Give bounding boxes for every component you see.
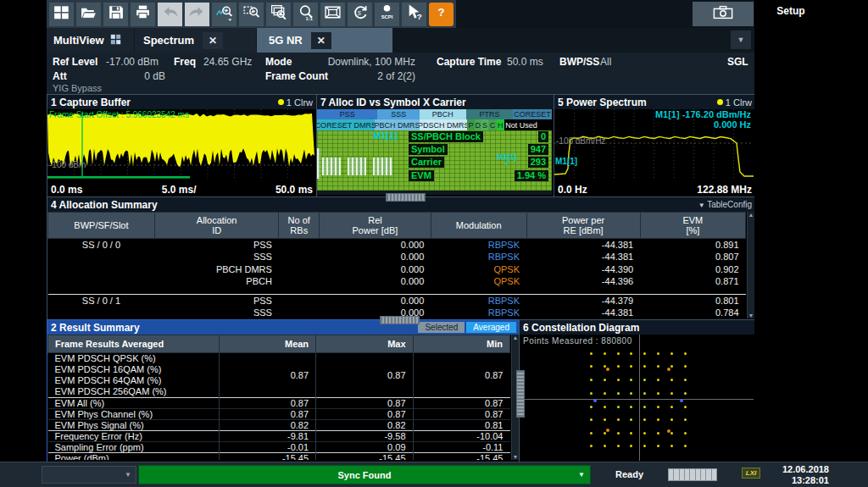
marker-arrow-icon: ▼ xyxy=(497,161,517,167)
zoom-mode-button[interactable] xyxy=(212,3,236,26)
tab-overflow-button[interactable]: ▼ xyxy=(731,30,751,49)
table-row[interactable]: EVM Phys Channel (%)0.870.870.87 xyxy=(48,409,510,420)
status-dropdown[interactable]: ▼ xyxy=(42,466,136,484)
scpi-icon: SCPI xyxy=(378,3,396,25)
close-icon: ✕ xyxy=(209,35,217,47)
scroll-down-icon[interactable]: ▼ xyxy=(513,454,519,460)
table-row[interactable]: Sampling Error (ppm)-0.010.09-0.11 xyxy=(48,442,510,453)
splitter-handle-vertical[interactable] xyxy=(516,370,525,418)
toggle-selected-button[interactable]: Selected xyxy=(418,322,465,333)
constellation-titlebar[interactable]: 6 Constellation Diagram xyxy=(520,320,755,335)
scroll-up-icon[interactable]: ▲ xyxy=(748,212,754,218)
camera-icon xyxy=(713,5,733,23)
toggle-averaged-button[interactable]: Averaged xyxy=(466,322,516,333)
marker-row-label: SS/PBCH Block xyxy=(409,131,483,142)
column-header[interactable]: Frame Results Averaged xyxy=(48,335,220,353)
window-alloc-id[interactable]: 7 Alloc ID vs Symbol X Carrier PSSSSSPBC… xyxy=(316,94,554,197)
table-row[interactable]: SSS0.000RBPSK-44.3810.807 xyxy=(48,251,746,263)
capture-time-value[interactable]: 50.0 ms xyxy=(507,56,543,68)
bwp-ss-value[interactable]: All xyxy=(600,56,611,68)
tab-5gnr-close-button[interactable]: ✕ xyxy=(311,32,331,49)
context-help-button[interactable]: ? xyxy=(402,3,426,26)
table-row[interactable]: EVM PDSCH QPSK (%)EVM PDSCH 16QAM (%)EVM… xyxy=(48,353,510,398)
zoom-selection-button[interactable] xyxy=(239,3,264,26)
tab-spectrum-close-button[interactable]: ✕ xyxy=(203,32,223,49)
allocation-summary-scrollbar[interactable]: ▲ ▼ xyxy=(747,212,754,318)
mode-value[interactable]: Downlink, 100 MHz xyxy=(326,56,415,68)
table-config-button[interactable]: ▼ TableConfig xyxy=(698,200,752,209)
table-row[interactable]: EVM Phys Signal (%)0.820.820.81 xyxy=(48,420,510,431)
frame-count-value[interactable]: 2 of 2(2) xyxy=(352,70,415,82)
column-header[interactable]: BWP/SF/Slot xyxy=(48,213,155,239)
table-row[interactable]: SS / 0 / 0PSS0.000RBPSK-44.3810.891 xyxy=(48,239,746,252)
column-header[interactable]: Power perRE [dBm] xyxy=(526,213,640,239)
window-capture-buffer[interactable]: 1 Capture Buffer 1 Clrw Frame Start Offs… xyxy=(47,94,317,197)
allocation-summary-table[interactable]: BWP/SF/SlotAllocationIDNo ofRBsRelPower … xyxy=(47,212,746,318)
ref-level-value[interactable]: -17.00 dBm xyxy=(106,56,159,68)
column-header[interactable]: Mean xyxy=(219,335,315,353)
column-header[interactable]: Min xyxy=(413,335,509,353)
tab-spectrum[interactable]: Spectrum ✕ xyxy=(135,28,256,53)
alloc-grid-plot[interactable]: M1[1] SS/PBCH Block0Symbol947Carrier293E… xyxy=(317,130,552,191)
display-frame-icon xyxy=(324,3,342,25)
power-spectrum-titlebar[interactable]: 5 Power Spectrum 1 Clrw xyxy=(554,95,755,109)
datetime-display[interactable]: 12.06.2018 13:28:01 xyxy=(763,464,829,486)
splitter-handle-horizontal[interactable] xyxy=(380,316,420,324)
open-file-button[interactable] xyxy=(76,3,101,26)
capture-buffer-titlebar[interactable]: 1 Capture Buffer 1 Clrw xyxy=(47,95,316,109)
marker-row-label: Carrier xyxy=(409,157,444,168)
tab-multiview[interactable]: MultiView xyxy=(47,28,134,53)
table-row[interactable]: EVM All (%)0.870.870.87 xyxy=(48,398,510,409)
group-separator xyxy=(48,288,746,295)
column-header[interactable]: EVM[%] xyxy=(640,213,745,239)
scroll-down-icon[interactable]: ▼ xyxy=(748,313,754,318)
table-row[interactable]: PBCH0.000QPSK-44.3960.871 xyxy=(48,275,746,288)
window-constellation[interactable]: 6 Constellation Diagram Points Measured … xyxy=(519,319,756,463)
window-power-spectrum[interactable]: 5 Power Spectrum 1 Clrw M1[1] -176.20 dB… xyxy=(554,94,756,197)
scpi-recorder-button[interactable]: SCPI xyxy=(375,3,399,26)
constellation-plot[interactable]: Points Measured : 880800 xyxy=(520,335,754,461)
column-header[interactable]: Max xyxy=(316,335,413,353)
capture-buffer-plot[interactable]: Frame Start Offset : 5.966023542 ms -100… xyxy=(47,109,314,180)
column-header[interactable]: AllocationID xyxy=(154,213,278,239)
display-config-button[interactable] xyxy=(320,3,345,26)
table-row[interactable]: SS / 0 / 1PSS0.000RBPSK-44.3790.801 xyxy=(48,294,746,307)
scroll-up-icon[interactable]: ▲ xyxy=(513,335,519,340)
sweep-restart-button[interactable]: s xyxy=(348,3,372,26)
column-header[interactable]: No ofRBs xyxy=(279,213,320,239)
zoom-selection-icon xyxy=(242,3,260,25)
open-icon xyxy=(80,3,97,25)
window-result-summary[interactable]: 2 Result Summary Selected Averaged Frame… xyxy=(47,319,520,463)
table-row[interactable]: PBCH DMRS0.000QPSK-44.3900.902 xyxy=(48,263,746,276)
freq-value[interactable]: 24.65 GHz xyxy=(203,56,252,68)
help-button[interactable]: ? xyxy=(429,3,453,26)
svg-text:s: s xyxy=(358,8,362,17)
windows-menu-button[interactable] xyxy=(49,3,74,26)
power-spectrum-plot[interactable]: M1[1] -176.20 dBm/Hz 0.000 Hz -100 dBm/H… xyxy=(554,109,754,180)
progress-bar xyxy=(668,468,717,481)
att-value[interactable]: 0 dB xyxy=(106,70,165,82)
redo-icon xyxy=(188,3,206,25)
column-header[interactable]: Modulation xyxy=(431,213,526,239)
alloc-titlebar[interactable]: 7 Alloc ID vs Symbol X Carrier xyxy=(317,95,554,109)
tab-5gnr[interactable]: 5G NR ✕ xyxy=(257,28,392,53)
sync-status-banner[interactable]: Sync Found ▼ xyxy=(138,465,591,484)
splitter-handle-horizontal[interactable] xyxy=(386,193,426,202)
alloc-hscrollbar[interactable] xyxy=(317,191,552,195)
result-summary-titlebar[interactable]: 2 Result Summary Selected Averaged xyxy=(47,320,520,335)
result-summary-table[interactable]: Frame Results AveragedMeanMaxMinEVM PDSC… xyxy=(47,335,510,460)
screenshot-button[interactable] xyxy=(693,2,754,26)
frame-count-label: Frame Count xyxy=(265,70,328,82)
zoom-reset-button[interactable]: 1:1 xyxy=(293,3,318,26)
table-row[interactable]: Power (dBm)-15.45-15.45-15.45 xyxy=(48,453,510,461)
alloc-highlight-region xyxy=(373,158,392,175)
save-file-button[interactable] xyxy=(103,3,128,26)
instrument-screen: 1:1sSCPI?? MultiView Spectrum ✕ 5G NR ✕ … xyxy=(0,0,868,487)
column-header[interactable]: RelPower [dB] xyxy=(320,213,431,239)
multi-window-zoom-button[interactable] xyxy=(266,3,291,26)
legend-item-coreset-dmrs: CORESET DMRS xyxy=(317,119,375,130)
table-row[interactable]: Frequency Error (Hz)-9.81-9.58-10.04 xyxy=(48,431,510,442)
legend-item-pdsch-dmrs: PDSCH DMRS xyxy=(420,119,467,130)
window-allocation-summary[interactable]: 4 Allocation Summary ▼ TableConfig BWP/S… xyxy=(47,196,756,321)
print-button[interactable] xyxy=(131,3,155,26)
